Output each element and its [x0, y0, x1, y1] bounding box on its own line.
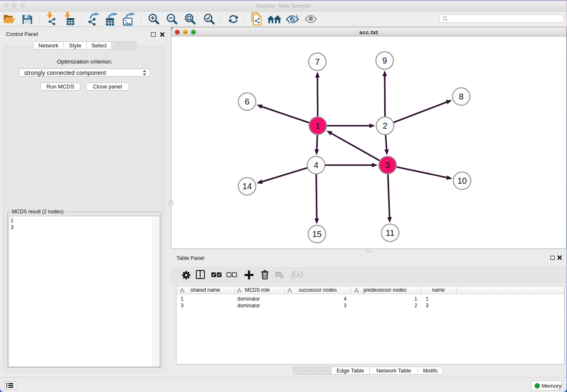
svg-text:15: 15: [312, 229, 322, 239]
svg-text:9: 9: [382, 56, 387, 65]
svg-text:14: 14: [242, 182, 252, 191]
svg-text:3: 3: [385, 160, 390, 170]
svg-text:8: 8: [459, 92, 463, 101]
svg-text:2: 2: [383, 121, 387, 130]
svg-text:10: 10: [457, 176, 467, 185]
svg-text:7: 7: [315, 57, 319, 66]
svg-text:6: 6: [245, 97, 249, 106]
svg-text:11: 11: [386, 228, 395, 237]
svg-text:1: 1: [315, 121, 320, 130]
svg-text:4: 4: [314, 160, 318, 170]
